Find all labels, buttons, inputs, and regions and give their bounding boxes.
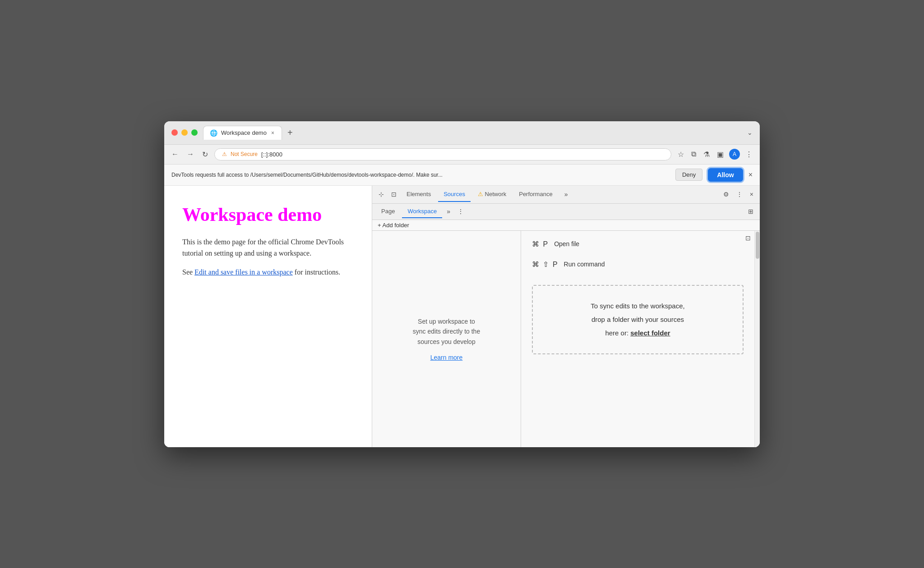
shortcut-label-open: Open file <box>554 240 579 247</box>
drop-zone-line3-prefix: here or: <box>605 329 630 337</box>
experiment-icon[interactable]: ⚗ <box>702 148 711 160</box>
devtools-scrollbar[interactable] <box>754 231 760 447</box>
devtools-more-icon[interactable]: ⋮ <box>734 189 745 200</box>
extension-icon[interactable]: ⧉ <box>689 148 698 160</box>
select-folder-link[interactable]: select folder <box>630 329 670 337</box>
main-content: Workspace demo This is the demo page for… <box>164 186 760 447</box>
devtools-right-panel: ⊡ ⌘ P Open file ⌘ ⇧ P Run command To syn… <box>521 231 760 447</box>
scrollbar-thumb[interactable] <box>756 232 759 259</box>
shortcut-keys-command: ⌘ ⇧ P <box>532 260 559 269</box>
shortcut-keys-open: ⌘ P <box>532 240 549 248</box>
new-tab-button[interactable]: + <box>284 126 296 140</box>
devtools-right-content: ⊡ ⌘ P Open file ⌘ ⇧ P Run command To syn… <box>521 231 754 447</box>
drop-zone[interactable]: To sync edits to the workspace, drop a f… <box>532 285 744 354</box>
devtools-settings-icon[interactable]: ⚙ <box>721 189 732 200</box>
devtools-close-icon[interactable]: × <box>747 189 756 200</box>
webpage: Workspace demo This is the demo page for… <box>164 186 372 447</box>
drop-zone-line1: To sync edits to the workspace, <box>591 302 684 310</box>
paragraph-2-prefix: See <box>182 268 194 276</box>
workspace-left-panel: Set up workspace to sync edits directly … <box>372 231 521 447</box>
learn-more-link[interactable]: Learn more <box>430 354 463 361</box>
devtools-actions: ⚙ ⋮ × <box>721 189 756 200</box>
tab-network[interactable]: ⚠ Network <box>472 187 512 202</box>
notification-bar: DevTools requests full access to /Users/… <box>164 165 760 186</box>
address-bar[interactable]: ⚠ Not Secure [::]:8000 <box>214 148 671 160</box>
browser-window: 🌐 Workspace demo × + ⌄ ← → ↻ ⚠ Not Secur… <box>164 121 760 447</box>
paragraph-2: See Edit and save files in a workspace f… <box>182 266 354 278</box>
title-bar: 🌐 Workspace demo × + ⌄ <box>164 121 760 145</box>
bookmark-icon[interactable]: ☆ <box>676 148 686 160</box>
not-secure-label: Not Secure <box>231 151 258 157</box>
tab-bar: 🌐 Workspace demo × + <box>203 126 742 140</box>
collapse-panel-icon[interactable]: ⊡ <box>745 234 751 242</box>
subtoolbar-menu-icon[interactable]: ⋮ <box>455 206 467 217</box>
traffic-lights <box>171 129 198 136</box>
workspace-link[interactable]: Edit and save files in a workspace <box>194 268 293 276</box>
allow-button[interactable]: Allow <box>708 168 743 182</box>
url-text: [::]:8000 <box>261 151 282 158</box>
scrollbar-track[interactable] <box>755 231 760 447</box>
drop-zone-line2: drop a folder with your sources <box>591 316 684 323</box>
profile-avatar[interactable]: A <box>729 149 740 160</box>
subtab-page[interactable]: Page <box>376 205 400 218</box>
device-mode-icon[interactable]: ⊡ <box>388 189 399 200</box>
forward-button[interactable]: → <box>185 148 196 160</box>
page-title: Workspace demo <box>182 204 354 225</box>
devtools-subtoolbar: Page Workspace » ⋮ ⊞ <box>372 204 760 220</box>
back-button[interactable]: ← <box>170 148 180 160</box>
tab-performance[interactable]: Performance <box>513 187 558 202</box>
paragraph-2-suffix: for instructions. <box>293 268 340 276</box>
nav-actions: ☆ ⧉ ⚗ ▣ A ⋮ <box>676 148 754 160</box>
more-tabs-icon[interactable]: » <box>562 189 571 200</box>
shortcut-label-command: Run command <box>564 261 605 268</box>
tab-overflow-icon[interactable]: ⌄ <box>747 129 753 136</box>
active-tab[interactable]: 🌐 Workspace demo × <box>203 126 282 140</box>
tab-close-icon[interactable]: × <box>270 129 275 137</box>
shortcut-row-1: ⌘ P Open file <box>532 240 744 248</box>
subtab-workspace[interactable]: Workspace <box>402 205 442 218</box>
workspace-hint: Set up workspace to sync edits directly … <box>413 316 480 347</box>
reload-button[interactable]: ↻ <box>200 148 210 160</box>
notification-text: DevTools requests full access to /Users/… <box>171 172 670 178</box>
sidebar-icon[interactable]: ▣ <box>715 148 725 160</box>
nav-bar: ← → ↻ ⚠ Not Secure [::]:8000 ☆ ⧉ ⚗ ▣ A ⋮ <box>164 145 760 165</box>
paragraph-1: This is the demo page for the official C… <box>182 236 354 259</box>
inspector-icon[interactable]: ⊹ <box>376 189 387 200</box>
add-folder-button[interactable]: + Add folder <box>372 220 760 230</box>
tab-favicon-icon: 🌐 <box>210 129 217 137</box>
subtoolbar-more-icon[interactable]: » <box>444 206 453 217</box>
devtools-body: Set up workspace to sync edits directly … <box>372 231 760 447</box>
devtools-toolbar: ⊹ ⊡ Elements Sources ⚠ Network Performan… <box>372 186 760 204</box>
tab-sources[interactable]: Sources <box>438 187 471 202</box>
maximize-button[interactable] <box>191 129 198 136</box>
devtools-panel: ⊹ ⊡ Elements Sources ⚠ Network Performan… <box>372 186 760 447</box>
chrome-menu-icon[interactable]: ⋮ <box>744 148 754 160</box>
subtoolbar-toggle-icon[interactable]: ⊞ <box>745 206 756 217</box>
tab-elements[interactable]: Elements <box>401 187 436 202</box>
minimize-button[interactable] <box>181 129 188 136</box>
close-button[interactable] <box>171 129 178 136</box>
tab-title: Workspace demo <box>221 129 267 136</box>
deny-button[interactable]: Deny <box>675 169 702 181</box>
security-warning-icon: ⚠ <box>222 151 227 157</box>
page-body: This is the demo page for the official C… <box>182 236 354 278</box>
shortcut-row-2: ⌘ ⇧ P Run command <box>532 260 744 269</box>
notification-close-icon[interactable]: × <box>748 171 753 179</box>
add-folder-bar: + Add folder <box>372 220 760 231</box>
